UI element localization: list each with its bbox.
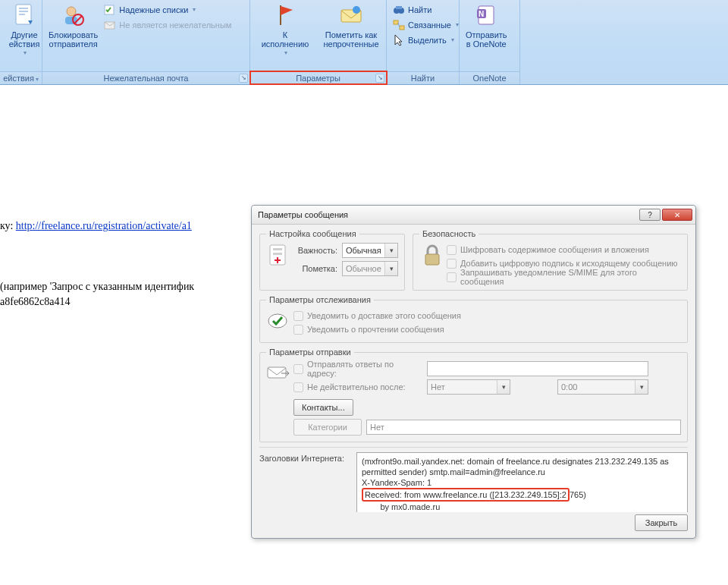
sensitivity-label: Пометка: [293,264,337,273]
svg-rect-27 [268,367,286,378]
tracking-group: Параметры отслеживания Уведомить о доста… [259,295,688,343]
expires-time-combo: 0:00 [557,379,648,395]
svg-rect-24 [273,253,282,255]
group-legend: Безопасность [419,229,479,238]
importance-combo[interactable]: Обычная [342,243,398,258]
binoculars-icon [393,4,405,16]
svg-point-4 [67,7,76,16]
settings-icon [266,243,290,267]
contacts-button[interactable]: Контакты... [293,399,353,416]
dialog-title: Параметры сообщения [258,210,348,219]
send-onenote-button[interactable]: N Отправить в OneNote [464,2,509,49]
delivery-icon [266,361,290,385]
block-sender-icon [61,3,86,27]
mark-unread-button[interactable]: Пометить как непрочтенные [318,2,384,49]
expires-date-combo: Нет [427,379,510,395]
svg-rect-17 [400,26,404,30]
group-label-options[interactable]: Параметры ↘ [250,71,387,84]
activation-link[interactable]: http://freelance.ru/registration/activat… [16,220,192,231]
find-button[interactable]: Найти [391,3,460,17]
group-label-onenote: OneNote [460,71,520,84]
smime-checkbox: Запрашивать уведомление S/MIME для этого… [447,270,681,284]
select-button[interactable]: Выделить▾ [391,33,460,47]
svg-rect-2 [19,11,28,12]
onenote-icon: N [474,3,498,27]
sensitivity-combo[interactable]: Обычное [342,261,398,276]
related-button[interactable]: Связанные▾ [391,18,460,32]
mail-body: ку: http://freelance.ru/registration/act… [0,114,250,311]
svg-rect-25 [425,254,439,265]
group-legend: Параметры отправки [266,348,354,357]
close-button[interactable]: Закрыть [635,514,688,531]
read-receipt-checkbox: Уведомить о прочтении сообщения [293,322,681,336]
not-junk-button: Не является нежелательным [102,18,233,32]
importance-label: Важность: [293,246,337,255]
lock-icon [419,243,444,267]
body-line-2: (например 'Запрос с указанным идентифик [0,281,250,293]
expires-checkbox: Не действительно после: [293,380,422,394]
reply-to-input [427,361,648,376]
delivery-group: Параметры отправки Отправлять ответы по … [259,348,688,442]
safe-lists-button[interactable]: Надежные списки▾ [102,3,233,17]
svg-rect-3 [19,14,25,15]
svg-rect-1 [19,8,28,9]
svg-rect-15 [396,6,402,9]
svg-rect-23 [273,248,282,250]
window-close-button[interactable]: ✕ [662,209,692,221]
delivery-receipt-checkbox: Уведомить о доставке этого сообщения [293,309,681,322]
not-junk-icon [104,19,116,31]
group-legend: Параметры отслеживания [266,295,374,304]
dialog-launcher-icon[interactable]: ↘ [375,74,384,83]
envelope-icon [339,3,363,27]
group-label-actions: ействия▾ [0,71,42,84]
svg-point-12 [353,6,360,14]
internet-headers-label: Заголовки Интернета: [259,452,349,463]
tracking-icon [266,309,290,333]
svg-text:N: N [479,10,484,18]
group-label-find: Найти [387,71,460,84]
help-button[interactable]: ? [639,209,661,221]
ribbon: Другие ействия ▾ Блокировать отправителя [0,0,728,85]
related-icon [393,19,405,31]
security-group: Безопасность Шифровать содержимое сообще… [413,229,688,291]
cursor-icon [393,34,405,46]
reply-to-checkbox: Отправлять ответы по адресу: [293,362,422,376]
page-icon [12,3,36,27]
message-options-dialog: Параметры сообщения ? ✕ Настройка сообще… [251,205,696,539]
followup-button[interactable]: К исполнению ▾ [255,2,315,58]
received-highlight: Received: from www.freelance.ru ([213.23… [362,488,570,502]
internet-headers-textarea[interactable]: (mxfront9o.mail.yandex.net: domain of fr… [356,452,688,512]
svg-rect-16 [394,20,398,24]
group-label-junk: Нежелательная почта ↘ [42,71,250,84]
other-actions-button[interactable]: Другие ействия ▾ [5,2,44,58]
flag-icon [273,3,297,27]
svg-line-18 [398,23,400,27]
dialog-titlebar[interactable]: Параметры сообщения ? ✕ [252,206,695,225]
categories-input [366,420,681,435]
categories-button: Категории [293,419,362,436]
checklist-icon [104,4,116,16]
body-line-3: a8fe6862c8a414 [0,296,250,308]
block-sender-button[interactable]: Блокировать отправителя [47,2,99,49]
dialog-launcher-icon[interactable]: ↘ [239,74,248,83]
group-legend: Настройка сообщения [266,229,359,238]
message-settings-group: Настройка сообщения Важность: Обычная По… [259,229,405,291]
encrypt-checkbox: Шифровать содержимое сообщения и вложени… [447,243,681,256]
